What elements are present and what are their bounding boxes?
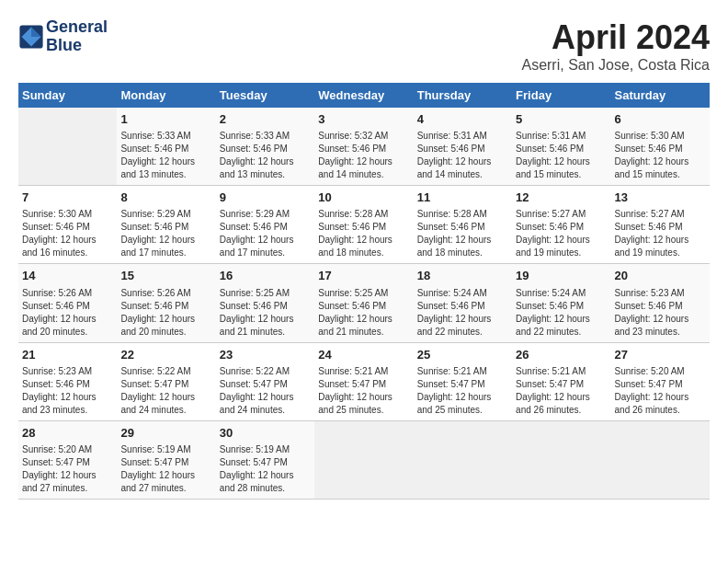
day-number: 22	[120, 347, 211, 363]
day-number: 24	[318, 347, 409, 363]
day-info: Sunrise: 5:19 AM Sunset: 5:47 PM Dayligh…	[220, 443, 311, 495]
calendar-cell: 24Sunrise: 5:21 AM Sunset: 5:47 PM Dayli…	[314, 342, 413, 420]
calendar-cell	[314, 420, 413, 499]
day-info: Sunrise: 5:23 AM Sunset: 5:46 PM Dayligh…	[22, 365, 113, 417]
day-info: Sunrise: 5:31 AM Sunset: 5:46 PM Dayligh…	[417, 130, 508, 181]
day-info: Sunrise: 5:31 AM Sunset: 5:46 PM Dayligh…	[516, 130, 607, 181]
location-subtitle: Aserri, San Jose, Costa Rica	[521, 57, 710, 74]
day-number: 21	[22, 347, 113, 363]
calendar-cell: 7Sunrise: 5:30 AM Sunset: 5:46 PM Daylig…	[18, 186, 117, 264]
calendar-cell: 18Sunrise: 5:24 AM Sunset: 5:46 PM Dayli…	[414, 264, 512, 342]
day-info: Sunrise: 5:21 AM Sunset: 5:47 PM Dayligh…	[318, 365, 409, 417]
day-number: 6	[615, 111, 706, 128]
day-info: Sunrise: 5:22 AM Sunset: 5:47 PM Dayligh…	[220, 365, 311, 417]
day-number: 17	[318, 268, 409, 284]
day-info: Sunrise: 5:27 AM Sunset: 5:46 PM Dayligh…	[516, 208, 607, 259]
day-number: 3	[318, 111, 409, 128]
calendar-cell: 2Sunrise: 5:33 AM Sunset: 5:46 PM Daylig…	[216, 108, 314, 186]
calendar-cell: 25Sunrise: 5:21 AM Sunset: 5:47 PM Dayli…	[414, 342, 512, 420]
calendar-cell: 30Sunrise: 5:19 AM Sunset: 5:47 PM Dayli…	[216, 420, 314, 499]
day-number: 20	[615, 268, 706, 284]
week-row-1: 1Sunrise: 5:33 AM Sunset: 5:46 PM Daylig…	[18, 108, 710, 186]
day-info: Sunrise: 5:28 AM Sunset: 5:46 PM Dayligh…	[417, 208, 508, 259]
day-info: Sunrise: 5:22 AM Sunset: 5:47 PM Dayligh…	[120, 365, 211, 417]
day-number: 5	[516, 111, 607, 128]
calendar-cell: 11Sunrise: 5:28 AM Sunset: 5:46 PM Dayli…	[414, 186, 512, 264]
day-number: 25	[417, 347, 508, 363]
calendar-cell: 15Sunrise: 5:26 AM Sunset: 5:46 PM Dayli…	[117, 264, 215, 342]
day-info: Sunrise: 5:23 AM Sunset: 5:46 PM Dayligh…	[615, 287, 706, 339]
day-number: 26	[516, 347, 607, 363]
logo-line1: General	[46, 18, 108, 37]
day-info: Sunrise: 5:24 AM Sunset: 5:46 PM Dayligh…	[516, 287, 607, 339]
day-number: 19	[516, 268, 607, 284]
calendar-cell: 20Sunrise: 5:23 AM Sunset: 5:46 PM Dayli…	[611, 264, 710, 342]
calendar-cell: 19Sunrise: 5:24 AM Sunset: 5:46 PM Dayli…	[512, 264, 610, 342]
calendar-cell: 23Sunrise: 5:22 AM Sunset: 5:47 PM Dayli…	[216, 342, 314, 420]
weekday-header-wednesday: Wednesday	[314, 83, 413, 108]
day-number: 28	[22, 425, 113, 442]
logo-icon	[18, 24, 44, 50]
calendar-cell: 16Sunrise: 5:25 AM Sunset: 5:46 PM Dayli…	[216, 264, 314, 342]
calendar-cell: 14Sunrise: 5:26 AM Sunset: 5:46 PM Dayli…	[18, 264, 117, 342]
calendar-cell: 8Sunrise: 5:29 AM Sunset: 5:46 PM Daylig…	[117, 186, 215, 264]
week-row-3: 14Sunrise: 5:26 AM Sunset: 5:46 PM Dayli…	[18, 264, 710, 342]
calendar-cell: 29Sunrise: 5:19 AM Sunset: 5:47 PM Dayli…	[117, 420, 215, 499]
calendar-cell	[414, 420, 512, 499]
calendar-cell: 10Sunrise: 5:28 AM Sunset: 5:46 PM Dayli…	[314, 186, 413, 264]
logo-line2: Blue	[46, 37, 108, 55]
calendar-cell	[512, 420, 610, 499]
day-number: 10	[318, 190, 409, 206]
day-number: 23	[220, 347, 311, 363]
day-info: Sunrise: 5:25 AM Sunset: 5:46 PM Dayligh…	[220, 287, 311, 339]
day-number: 8	[120, 190, 211, 206]
calendar-cell: 1Sunrise: 5:33 AM Sunset: 5:46 PM Daylig…	[117, 108, 215, 186]
day-number: 14	[22, 268, 113, 284]
day-info: Sunrise: 5:24 AM Sunset: 5:46 PM Dayligh…	[417, 287, 508, 339]
calendar-cell: 28Sunrise: 5:20 AM Sunset: 5:47 PM Dayli…	[18, 420, 117, 499]
weekday-header-row: SundayMondayTuesdayWednesdayThursdayFrid…	[18, 83, 710, 108]
day-number: 30	[220, 425, 311, 442]
day-number: 12	[516, 190, 607, 206]
day-info: Sunrise: 5:26 AM Sunset: 5:46 PM Dayligh…	[120, 287, 211, 339]
day-info: Sunrise: 5:27 AM Sunset: 5:46 PM Dayligh…	[615, 208, 706, 259]
calendar-cell: 26Sunrise: 5:21 AM Sunset: 5:47 PM Dayli…	[512, 342, 610, 420]
day-number: 11	[417, 190, 508, 206]
calendar-cell: 22Sunrise: 5:22 AM Sunset: 5:47 PM Dayli…	[117, 342, 215, 420]
day-number: 4	[417, 111, 508, 128]
month-title: April 2024	[521, 18, 710, 57]
calendar-cell: 9Sunrise: 5:29 AM Sunset: 5:46 PM Daylig…	[216, 186, 314, 264]
day-number: 15	[120, 268, 211, 284]
calendar-cell: 27Sunrise: 5:20 AM Sunset: 5:47 PM Dayli…	[611, 342, 710, 420]
weekday-header-tuesday: Tuesday	[216, 83, 314, 108]
day-info: Sunrise: 5:19 AM Sunset: 5:47 PM Dayligh…	[120, 443, 211, 495]
day-number: 16	[220, 268, 311, 284]
day-info: Sunrise: 5:28 AM Sunset: 5:46 PM Dayligh…	[318, 208, 409, 259]
logo: General Blue	[18, 18, 108, 55]
weekday-header-saturday: Saturday	[611, 83, 710, 108]
calendar-cell: 12Sunrise: 5:27 AM Sunset: 5:46 PM Dayli…	[512, 186, 610, 264]
day-info: Sunrise: 5:30 AM Sunset: 5:46 PM Dayligh…	[22, 208, 113, 259]
title-area: April 2024 Aserri, San Jose, Costa Rica	[521, 18, 710, 74]
week-row-2: 7Sunrise: 5:30 AM Sunset: 5:46 PM Daylig…	[18, 186, 710, 264]
day-number: 9	[220, 190, 311, 206]
day-info: Sunrise: 5:32 AM Sunset: 5:46 PM Dayligh…	[318, 130, 409, 181]
calendar-cell: 17Sunrise: 5:25 AM Sunset: 5:46 PM Dayli…	[314, 264, 413, 342]
logo-text: General Blue	[46, 18, 108, 55]
day-info: Sunrise: 5:33 AM Sunset: 5:46 PM Dayligh…	[220, 130, 311, 181]
calendar-cell	[18, 108, 117, 186]
day-info: Sunrise: 5:21 AM Sunset: 5:47 PM Dayligh…	[516, 365, 607, 417]
calendar-cell: 21Sunrise: 5:23 AM Sunset: 5:46 PM Dayli…	[18, 342, 117, 420]
day-info: Sunrise: 5:20 AM Sunset: 5:47 PM Dayligh…	[615, 365, 706, 417]
day-number: 29	[120, 425, 211, 442]
calendar-table: SundayMondayTuesdayWednesdayThursdayFrid…	[18, 83, 710, 500]
calendar-cell: 4Sunrise: 5:31 AM Sunset: 5:46 PM Daylig…	[414, 108, 512, 186]
day-info: Sunrise: 5:29 AM Sunset: 5:46 PM Dayligh…	[120, 208, 211, 259]
weekday-header-sunday: Sunday	[18, 83, 117, 108]
day-number: 7	[22, 190, 113, 206]
day-number: 13	[615, 190, 706, 206]
day-info: Sunrise: 5:20 AM Sunset: 5:47 PM Dayligh…	[22, 443, 113, 495]
day-info: Sunrise: 5:25 AM Sunset: 5:46 PM Dayligh…	[318, 287, 409, 339]
day-info: Sunrise: 5:26 AM Sunset: 5:46 PM Dayligh…	[22, 287, 113, 339]
header: General Blue April 2024 Aserri, San Jose…	[18, 18, 710, 74]
